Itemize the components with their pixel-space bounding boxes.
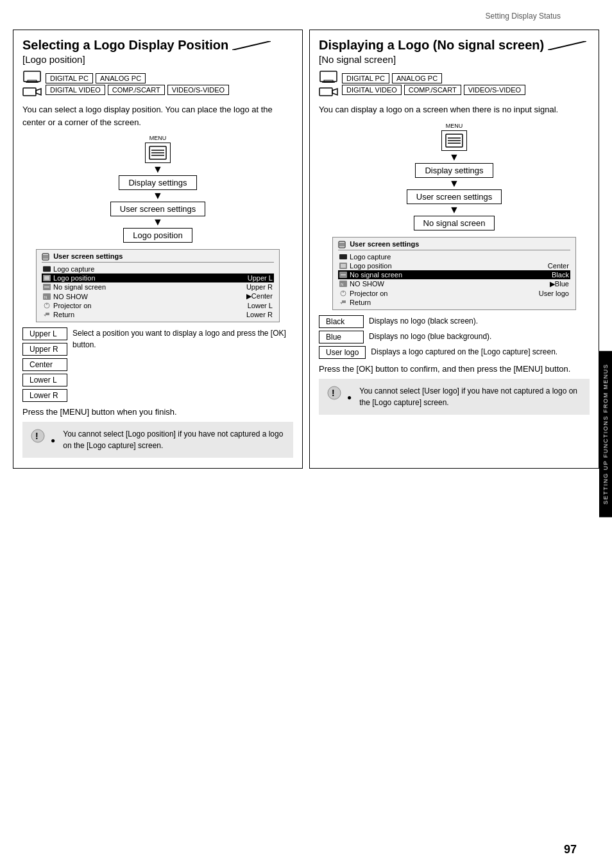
svg-rect-14 (43, 266, 51, 272)
right-signal-row-userlogo: User logo Displays a logo captured on th… (319, 346, 590, 359)
left-menu-title: User screen settings (42, 252, 274, 263)
left-flow-menu-icon (145, 143, 171, 163)
left-flow-menu-label: MENU (145, 135, 171, 141)
left-finish-text: Press the [MENU] button when you finish. (22, 407, 293, 417)
left-menu-row4-value: Lower L (248, 302, 273, 309)
right-note-box: ! ● You cannot select [User logo] if you… (319, 379, 590, 415)
left-menu-row3-value: ▶Center (246, 292, 273, 300)
right-menu-row4-value: User logo (539, 290, 569, 297)
right-menu-row-0: Logo capture (338, 252, 570, 261)
left-body-text: You can select a logo display position. … (22, 103, 293, 128)
left-menu-item-left-3: N NO SHOW (43, 292, 88, 300)
left-tags: DIGITAL PC ANALOG PC DIGITAL VIDEO COMP.… (46, 73, 229, 95)
svg-rect-16 (44, 276, 49, 280)
caution-icon: ! (30, 428, 46, 444)
left-menu-row5-value: Lower R (246, 311, 273, 318)
left-position-options: Upper L Upper R Center Lower L Lower R S… (22, 327, 293, 402)
right-tags: DIGITAL PC ANALOG PC DIGITAL VIDEO COMP.… (342, 73, 525, 95)
right-video-icon (319, 85, 338, 98)
right-btn-userlogo: User logo (319, 346, 366, 359)
right-caution-icon: ! (327, 385, 342, 401)
right-menu-item-left-0: Logo capture (339, 253, 391, 261)
right-flow: MENU ▼ Display settings ▼ User screen se… (319, 123, 590, 230)
left-pos-desc: Select a position you want to display a … (72, 327, 293, 351)
right-menu-row-1: Logo position Center (338, 261, 570, 270)
svg-rect-41 (341, 264, 346, 268)
left-flow-step1: Display settings (119, 175, 196, 190)
right-arrow2: ▼ (449, 178, 459, 189)
page-number: 97 (564, 843, 577, 856)
left-menu-row1-value: Upper L (248, 274, 273, 282)
left-menu-row-0: Logo capture (42, 265, 274, 273)
svg-line-0 (232, 41, 271, 50)
left-pos-upper-l: Upper L (22, 327, 67, 340)
right-arrow1: ▼ (449, 152, 459, 162)
left-menu-mockup: User screen settings Logo capture Logo p… (36, 249, 280, 322)
left-note-box: ! ● You cannot select [Logo position] if… (22, 422, 293, 458)
svg-rect-39 (339, 254, 347, 259)
left-menu-item-left-5: Return (43, 311, 74, 318)
right-signal-row-black: Black Displays no logo (black screen). (319, 315, 590, 328)
svg-marker-5 (36, 89, 41, 95)
right-menu-icon-svg (445, 133, 464, 148)
left-arrow2: ▼ (153, 191, 163, 201)
left-menu-row3-label: NO SHOW (53, 293, 88, 300)
right-menu-row0-icon (339, 254, 347, 260)
right-menu-row3-icon: N (339, 281, 347, 287)
right-desc-black: Displays no logo (black screen). (369, 315, 478, 327)
svg-rect-4 (23, 88, 36, 96)
left-pos-lower-l: Lower L (22, 374, 67, 386)
svg-line-25 (548, 41, 586, 50)
left-flow-step2: User screen settings (110, 202, 206, 216)
right-signal-options: Black Displays no logo (black screen). B… (319, 315, 590, 359)
left-menu-row5-icon (43, 311, 51, 318)
left-menu-row-3: N NO SHOW ▶Center (42, 291, 274, 301)
right-menu-row3-label: NO SHOW (350, 280, 384, 288)
left-flow: MENU ▼ Display settings ▼ User screen se… (22, 135, 293, 243)
right-tag-row1: DIGITAL PC ANALOG PC (342, 73, 525, 83)
left-tag-row1: DIGITAL PC ANALOG PC (46, 73, 229, 83)
left-tag-analog-pc: ANALOG PC (96, 73, 146, 83)
right-note-text: You cannot select [User logo] if you hav… (359, 385, 582, 408)
right-menu-row2-label: No signal screen (350, 271, 402, 279)
left-arrow3: ▼ (153, 217, 163, 227)
left-menu-item-left-2: No signal screen (43, 283, 106, 291)
left-tag-digital-pc: DIGITAL PC (46, 73, 93, 83)
right-connector-strip: DIGITAL PC ANALOG PC DIGITAL VIDEO COMP.… (319, 70, 590, 98)
right-menu-item-left-3: N NO SHOW (339, 280, 384, 288)
left-connector-icons (22, 70, 42, 98)
left-arrow1: ▼ (153, 164, 163, 175)
right-menu-row3-value: ▶Blue (550, 280, 569, 288)
right-menu-row1-label: Logo position (350, 262, 391, 270)
right-menu-row2-value: Black (552, 271, 569, 279)
right-menu-item-left-2: No signal screen (339, 271, 402, 279)
right-section: Displaying a Logo (No signal screen) [No… (309, 30, 599, 469)
left-pos-center: Center (22, 358, 67, 371)
left-menu-row-4: Projector on Lower L (42, 301, 274, 310)
right-menu-mockup: User screen settings Logo capture Logo p… (332, 237, 576, 310)
left-note-bullet: ● (51, 428, 55, 451)
right-flow-step1: Display settings (415, 163, 493, 178)
svg-rect-29 (319, 88, 332, 96)
left-menu-item-left-0: Logo capture (43, 265, 94, 273)
right-menu-row5-icon (339, 299, 347, 306)
left-note-text: You cannot select [Logo position] if you… (63, 428, 285, 451)
right-btn-black: Black (319, 315, 364, 328)
right-tag-comp-scart: COMP./SCART (404, 85, 461, 95)
right-flow-menu-icon (441, 130, 467, 151)
left-tag-comp-scart: COMP./SCART (108, 85, 165, 95)
left-pos-buttons: Upper L Upper R Center Lower L Lower R (22, 327, 67, 402)
right-tag-analog-pc: ANALOG PC (392, 73, 442, 83)
right-menu-row4-label: Projector on (350, 290, 387, 297)
right-subtitle: [No signal screen] (319, 54, 590, 65)
right-menu-row0-label: Logo capture (350, 253, 391, 261)
left-title: Selecting a Logo Display Position (22, 38, 228, 53)
svg-text:N: N (44, 295, 47, 299)
right-arrow3: ▼ (449, 205, 459, 215)
right-menu-mockup-title: User screen settings (350, 240, 419, 248)
left-menu-row2-value: Upper R (246, 283, 273, 291)
right-desc-userlogo: Displays a logo captured on the [Logo ca… (371, 346, 557, 358)
right-menu-row1-value: Center (548, 262, 569, 270)
right-menu-row4-icon (339, 290, 347, 297)
right-flow-step2: User screen settings (407, 189, 502, 204)
